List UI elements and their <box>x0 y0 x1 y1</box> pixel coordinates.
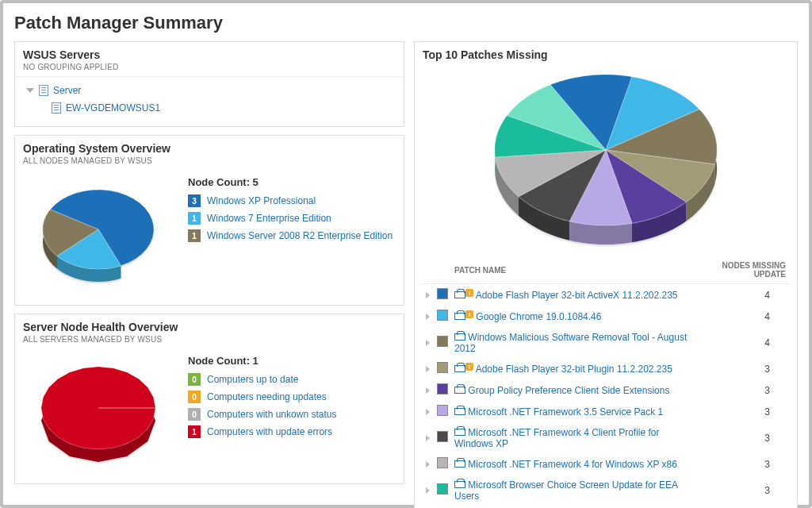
patch-link[interactable]: Microsoft .NET Framework 4 for Windows X… <box>465 459 677 470</box>
patch-row[interactable]: Group Policy Preference Client Side Exte… <box>423 379 789 401</box>
legend-item[interactable]: 0Computers needing updates <box>188 391 396 403</box>
package-icon <box>454 331 465 341</box>
package-icon <box>454 426 465 436</box>
patches-table: PATCH NAME NODES MISSING UPDATE ! Adobe … <box>423 256 789 508</box>
expand-icon[interactable] <box>426 366 430 372</box>
top-patches-panel: Top 10 Patches Missing PATCH NAME NODES … <box>414 41 798 508</box>
legend-item[interactable]: 0Computers with unkown status <box>188 408 396 421</box>
patch-link[interactable]: Adobe Flash Player 32-bit Plugin 11.2.20… <box>473 364 672 375</box>
patch-link[interactable]: Microsoft .NET Framework 4 Client Profil… <box>454 427 660 449</box>
count-badge: 3 <box>188 194 201 207</box>
package-icon <box>454 363 465 372</box>
tree-child-row[interactable]: EW-VGDEMOWSUS1 <box>26 99 396 117</box>
package-icon <box>454 289 465 298</box>
warning-icon: ! <box>465 310 473 318</box>
color-swatch <box>437 310 448 321</box>
package-icon <box>454 406 465 415</box>
package-icon <box>454 458 465 468</box>
count-badge: 1 <box>188 229 201 242</box>
patch-row[interactable]: ! Adobe Flash Player 32-bit Plugin 11.2.… <box>423 358 789 379</box>
package-icon <box>454 479 465 488</box>
os-pie-chart <box>23 176 174 295</box>
patch-link[interactable]: Adobe Flash Player 32-bit ActiveX 11.2.2… <box>473 290 678 301</box>
patch-row[interactable]: Microsoft .NET Framework 3.5 Service Pac… <box>423 401 789 422</box>
os-node-count: Node Count: 5 <box>188 176 396 188</box>
nodes-missing-count: 4 <box>693 306 789 327</box>
legend-item[interactable]: 1Windows Server 2008 R2 Enterprise Editi… <box>188 229 396 242</box>
legend-item[interactable]: 1Windows 7 Enterprise Edition <box>188 212 396 225</box>
patch-link[interactable]: Group Policy Preference Client Side Exte… <box>465 385 669 396</box>
package-icon <box>454 384 465 394</box>
nodes-missing-count: 3 <box>693 475 789 506</box>
expand-icon[interactable] <box>426 409 430 415</box>
wsus-servers-panel: WSUS Servers NO GROUPING APPLIED Server … <box>14 41 404 127</box>
node-health-panel: Server Node Health Overview ALL SERVERS … <box>14 314 404 484</box>
th-nodes-missing[interactable]: NODES MISSING UPDATE <box>693 256 789 284</box>
health-pie-chart <box>23 355 174 474</box>
os-overview-panel: Operating System Overview ALL NODES MANA… <box>14 135 404 306</box>
expand-icon[interactable] <box>426 435 430 441</box>
count-badge: 1 <box>188 425 201 438</box>
health-subtitle: ALL SERVERS MANAGED BY WSUS <box>23 335 396 344</box>
count-badge: 1 <box>188 212 201 225</box>
warning-icon: ! <box>465 289 473 297</box>
nodes-missing-count: 4 <box>693 284 789 306</box>
package-icon <box>454 310 465 320</box>
patches-title: Top 10 Patches Missing <box>423 48 789 61</box>
count-badge: 0 <box>188 391 201 403</box>
tree-root-row[interactable]: Server <box>26 82 396 99</box>
legend-label[interactable]: Computers up to date <box>207 374 298 385</box>
count-badge: 0 <box>188 373 201 386</box>
patch-row[interactable]: Microsoft Browser Choice Screen Update f… <box>423 475 789 506</box>
expand-icon[interactable] <box>426 340 430 346</box>
legend-label[interactable]: Windows XP Professional <box>207 195 316 206</box>
nodes-missing-count: 3 <box>693 401 789 422</box>
patch-row[interactable]: ! Adobe Flash Player 32-bit ActiveX 11.2… <box>423 284 789 306</box>
tree-child-label[interactable]: EW-VGDEMOWSUS1 <box>66 102 160 114</box>
health-title: Server Node Health Overview <box>23 321 396 333</box>
expand-icon[interactable] <box>426 461 430 468</box>
os-subtitle: ALL NODES MANAGED BY WSUS <box>23 156 396 165</box>
patch-link[interactable]: Microsoft .NET Framework 3.5 Service Pac… <box>465 406 663 418</box>
color-swatch <box>437 336 448 347</box>
wsus-title: WSUS Servers <box>23 48 396 61</box>
color-swatch <box>437 288 448 299</box>
patch-row[interactable]: ! Google Chrome 19.0.1084.464 <box>423 306 789 327</box>
patch-link[interactable]: Microsoft Browser Choice Screen Update f… <box>454 479 677 502</box>
color-swatch <box>437 383 448 394</box>
patch-row[interactable]: Microsoft .NET Framework 4 Client Profil… <box>423 422 789 453</box>
patch-row[interactable]: Microsoft .NET Framework 4 for Windows X… <box>423 453 789 475</box>
color-swatch <box>437 362 448 373</box>
wsus-subtitle: NO GROUPING APPLIED <box>23 63 396 71</box>
legend-label[interactable]: Computers needing updates <box>207 391 327 402</box>
legend-label[interactable]: Windows Server 2008 R2 Enterprise Editio… <box>207 230 393 241</box>
legend-item[interactable]: 0Computers up to date <box>188 373 396 386</box>
legend-label[interactable]: Computers with update errors <box>207 426 332 437</box>
expand-icon[interactable] <box>426 292 430 298</box>
color-swatch <box>437 457 448 468</box>
color-swatch <box>437 431 448 442</box>
expand-icon[interactable] <box>426 487 430 494</box>
patch-link[interactable]: Google Chrome 19.0.1084.46 <box>473 311 601 322</box>
warning-icon: ! <box>465 363 473 371</box>
tree-root-label[interactable]: Server <box>53 85 81 96</box>
chevron-down-icon[interactable] <box>26 88 34 93</box>
patch-row[interactable]: Windows Malicious Software Removal Tool … <box>423 327 789 358</box>
patch-link[interactable]: Windows Malicious Software Removal Tool … <box>454 332 687 354</box>
legend-item[interactable]: 1Computers with update errors <box>188 425 396 438</box>
nodes-missing-count: 3 <box>693 358 789 379</box>
patches-pie-chart <box>415 66 797 252</box>
os-title: Operating System Overview <box>23 142 396 155</box>
th-patch-name[interactable]: PATCH NAME <box>451 256 693 284</box>
nodes-missing-count: 3 <box>693 379 789 401</box>
health-node-count: Node Count: 1 <box>188 355 396 367</box>
legend-item[interactable]: 3Windows XP Professional <box>188 194 396 207</box>
expand-icon[interactable] <box>426 387 430 394</box>
legend-label[interactable]: Computers with unkown status <box>207 409 336 420</box>
nodes-missing-count: 3 <box>693 453 789 475</box>
document-icon <box>52 102 61 114</box>
document-icon <box>39 85 48 96</box>
expand-icon[interactable] <box>426 314 430 320</box>
legend-label[interactable]: Windows 7 Enterprise Edition <box>207 213 331 224</box>
nodes-missing-count: 3 <box>693 422 789 453</box>
